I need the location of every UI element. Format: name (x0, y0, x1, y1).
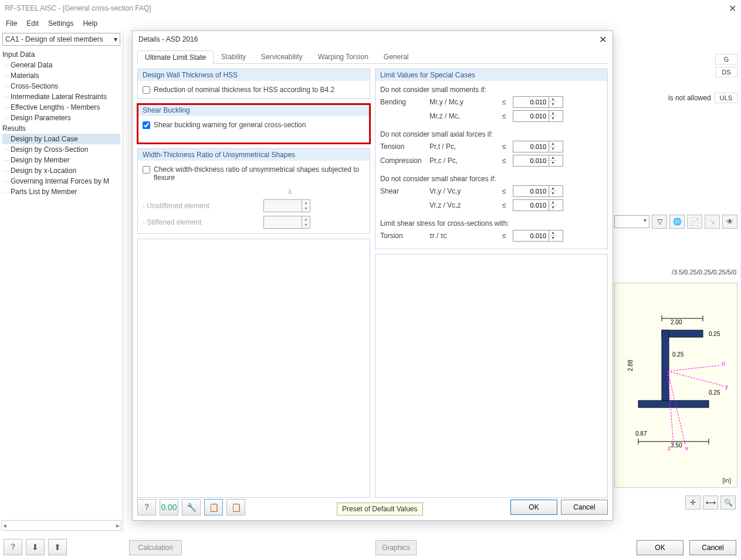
limits-axial-hdr: Do not consider small axial forces if: (380, 130, 603, 138)
limits-moments-hdr: Do not consider small moments if: (380, 86, 603, 94)
panel-limits-title: Limit Values for Special Cases (375, 69, 607, 81)
row-bendingz-op: ≤ (502, 112, 510, 120)
row-shearz-field[interactable] (513, 202, 549, 209)
row-bending-input[interactable]: ▲▼ (513, 96, 563, 108)
tree-item[interactable]: Intermediate Lateral Restraints (2, 91, 120, 102)
hss-checkbox[interactable] (143, 86, 150, 94)
axes-icon[interactable]: ✛ (685, 495, 701, 510)
wt-checkbox[interactable] (143, 166, 150, 174)
panel-wt-title: Width-Thickness Ratio of Unsymmetrical S… (138, 149, 370, 161)
wt-row-stiffened: - Stiffened element (143, 218, 260, 226)
tree-item[interactable]: Design by x-Location (2, 165, 120, 176)
limits-shear-hdr: Do not consider small shear forces if: (380, 175, 603, 183)
row-bending-field[interactable] (513, 99, 549, 106)
row-shear-input[interactable]: ▲▼ (513, 185, 563, 197)
panel-limits: Limit Values for Special Cases Do not co… (375, 69, 608, 249)
row-torsion-field[interactable] (513, 232, 549, 239)
row-compression-sym: Pr,c / Pc, (429, 157, 500, 165)
svg-line-10 (668, 371, 723, 386)
row-bending-op: ≤ (502, 98, 510, 106)
dialog-tabs: Ultimate Limit State Stability Serviceab… (137, 50, 608, 64)
dim-top: 2.00 (671, 319, 682, 325)
cross-section-label: /3.5/0.25/0.25/0.25/5/0 (672, 269, 736, 276)
row-compression-field[interactable] (513, 157, 549, 164)
close-icon[interactable]: ✕ (729, 3, 736, 14)
menubar: File Edit Settings Help (0, 16, 741, 30)
import-icon[interactable]: ⬇ (26, 539, 45, 555)
tree-item[interactable]: Effective Lengths - Members (2, 102, 120, 113)
tree-item[interactable]: General Data (2, 60, 120, 70)
row-compression-input[interactable]: ▲▼ (513, 155, 563, 167)
preset-icon[interactable]: 📋 (204, 499, 223, 515)
main-ok-button[interactable]: OK (637, 540, 684, 555)
dialog-cancel-button[interactable]: Cancel (561, 500, 608, 515)
sidebar: CA1 - Design of steel members ▾ Input Da… (0, 30, 123, 532)
row-tension-field[interactable] (513, 143, 549, 150)
tab-general[interactable]: General (376, 50, 417, 63)
help-icon[interactable]: ？ (4, 539, 22, 555)
wrench-icon[interactable]: 🔧 (182, 499, 201, 515)
export-icon[interactable]: ⬆ (48, 539, 67, 555)
cell-uls: ULS (715, 93, 737, 103)
case-dropdown[interactable]: CA1 - Design of steel members ▾ (2, 33, 120, 46)
tab-warping[interactable]: Warping Torsion (310, 50, 376, 63)
sidebar-scrollbar[interactable]: ◂▸ (1, 520, 121, 531)
tree-item[interactable]: Materials (2, 70, 120, 81)
row-bendingz-input[interactable]: ▲▼ (513, 110, 563, 122)
filter-dropdown[interactable] (614, 215, 649, 228)
shear-checkbox[interactable] (143, 121, 150, 129)
menu-help[interactable]: Help (83, 19, 97, 28)
calculation-button-bg[interactable]: Calculation (129, 540, 182, 555)
dim-h: 2.88 (627, 359, 634, 371)
arrow-icon[interactable]: ↘ (705, 215, 720, 229)
dialog-ok-button[interactable]: OK (510, 500, 557, 515)
shear-checkbox-row[interactable]: Shear buckling warning for general cross… (143, 121, 365, 129)
row-tension-input[interactable]: ▲▼ (513, 141, 563, 152)
tree-item[interactable]: Design by Cross-Section (2, 144, 120, 155)
units-icon[interactable]: 0.00 (160, 499, 178, 515)
preset2-icon[interactable]: 📋 (226, 499, 245, 515)
window-title: RF-STEEL AISC - [General cross-section F… (5, 4, 151, 12)
main-cancel-button[interactable]: Cancel (689, 540, 736, 555)
help-icon[interactable]: ？ (137, 499, 156, 515)
dialog-close-icon[interactable]: ✕ (599, 34, 607, 45)
dialog-titlebar: Details - ASD 2016 ✕ (133, 31, 613, 47)
dim-t2: 0.25 (672, 351, 684, 358)
dimension-icon[interactable]: ⟷ (703, 495, 718, 510)
filter-icon[interactable]: ▽ (652, 215, 667, 229)
row-shear-field[interactable] (513, 188, 549, 195)
panel-hss-title: Design Wall Thickness of HSS (138, 69, 370, 81)
tab-ultimate[interactable]: Ultimate Limit State (137, 50, 214, 64)
row-shearz-input[interactable]: ▲▼ (513, 199, 563, 211)
eye-icon[interactable]: 👁 (722, 215, 737, 229)
tab-stability[interactable]: Stability (214, 50, 253, 63)
tree-item[interactable]: Design Parameters (2, 113, 120, 123)
zoom-icon[interactable]: 🔍 (720, 495, 736, 510)
wt-checkbox-label: Check width-thickness ratio of unsymmetr… (154, 165, 365, 182)
hss-checkbox-row[interactable]: Reduction of nominal thickness for HSS a… (143, 86, 365, 94)
tree-item[interactable]: Design by Member (2, 155, 120, 165)
menu-edit[interactable]: Edit (26, 19, 39, 28)
row-bendingz-field[interactable] (513, 113, 549, 120)
axis-y: y (725, 383, 728, 390)
tree-item[interactable]: Design by Load Case (2, 134, 120, 144)
tab-serviceability[interactable]: Serviceability (253, 50, 310, 63)
row-compression-op: ≤ (502, 157, 510, 165)
wt-checkbox-row[interactable]: Check width-thickness ratio of unsymmetr… (143, 165, 365, 182)
row-torsion-input[interactable]: ▲▼ (513, 230, 563, 242)
export-icon[interactable]: 📄 (687, 215, 702, 229)
panel-hss: Design Wall Thickness of HSS Reduction o… (137, 69, 370, 99)
tree-item[interactable]: Governing Internal Forces by M (2, 176, 120, 186)
menu-settings[interactable]: Settings (48, 19, 73, 28)
row-shear-lbl: Shear (380, 187, 427, 195)
tree-heading-results: Results (2, 123, 120, 134)
tree-item[interactable]: Parts List by Member (2, 186, 120, 197)
row-bending-sym: Mr,y / Mc,y (429, 98, 500, 106)
hss-checkbox-label: Reduction of nominal thickness for HSS a… (154, 86, 334, 94)
menu-file[interactable]: File (6, 19, 17, 28)
row-torsion-sym: τr / τc (429, 232, 500, 240)
globe-icon[interactable]: 🌐 (669, 215, 685, 229)
tree-item[interactable]: Cross-Sections (2, 81, 120, 91)
results-toolbar: ▽ 🌐 📄 ↘ 👁 (614, 215, 737, 229)
graphics-button-bg[interactable]: Graphics (375, 540, 417, 555)
